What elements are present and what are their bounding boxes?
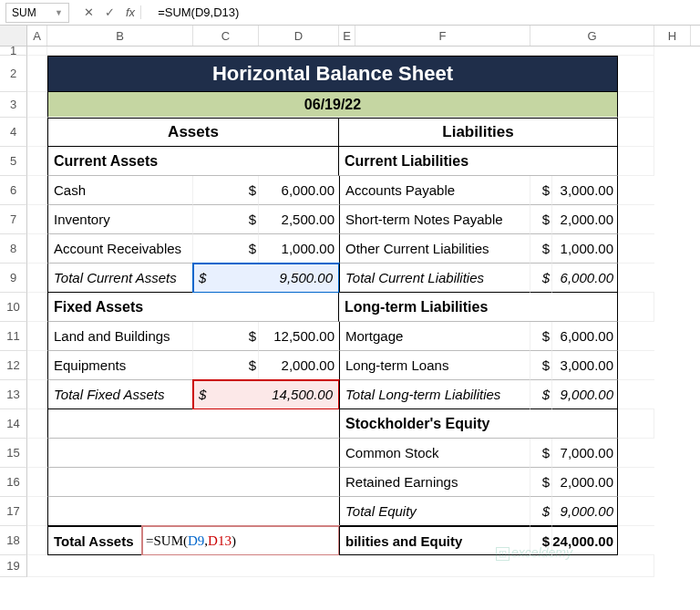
cell[interactable] [27, 56, 47, 92]
cell[interactable] [618, 205, 654, 234]
cell[interactable] [618, 380, 654, 409]
cell[interactable]: 1,000.00 [259, 234, 339, 264]
cell[interactable] [27, 497, 47, 526]
cell[interactable]: Total Current Liabilities [339, 264, 530, 293]
cell[interactable] [47, 409, 339, 439]
cell[interactable]: Short-term Notes Payable [339, 205, 530, 234]
row-header[interactable]: 7 [0, 205, 27, 234]
confirm-icon[interactable]: ✓ [105, 5, 115, 19]
cell[interactable]: Cash [47, 176, 193, 205]
row-header[interactable]: 9 [0, 264, 27, 293]
cell[interactable]: $ [530, 234, 552, 264]
cell[interactable] [47, 468, 339, 497]
cell[interactable]: Land and Buildings [47, 322, 193, 351]
cell[interactable]: 2,000.00 [259, 351, 339, 380]
cell[interactable] [618, 409, 654, 439]
cell[interactable]: Accounts Payable [339, 176, 530, 205]
cell[interactable]: $ [193, 322, 259, 351]
row-header[interactable]: 15 [0, 439, 27, 468]
row-header[interactable]: 17 [0, 497, 27, 526]
row-header[interactable]: 4 [0, 118, 27, 147]
cell[interactable]: Retained Earnings [339, 468, 530, 497]
cell[interactable] [618, 468, 654, 497]
row-header[interactable]: 13 [0, 380, 27, 409]
col-header[interactable]: E [339, 26, 355, 46]
cell-d13-selected[interactable]: $14,500.00 [193, 380, 339, 409]
cell[interactable] [618, 176, 654, 205]
cell[interactable]: Equipments [47, 351, 193, 380]
cell[interactable] [27, 468, 47, 497]
cell[interactable]: $ [530, 380, 552, 409]
row-header[interactable]: 6 [0, 176, 27, 205]
subheading[interactable]: Stockholder's Equity [339, 409, 618, 439]
cell[interactable]: Total Assets [47, 526, 142, 555]
cell[interactable] [618, 497, 654, 526]
cell[interactable] [618, 351, 654, 380]
cell[interactable]: 2,500.00 [259, 205, 339, 234]
cell[interactable]: $ [193, 351, 259, 380]
cell[interactable]: $ [193, 176, 259, 205]
liabilities-header[interactable]: Liabilities [339, 118, 618, 147]
cell[interactable] [618, 147, 654, 176]
cell[interactable]: $ [530, 351, 552, 380]
cell[interactable]: Total Current Assets [47, 264, 193, 293]
cell[interactable] [618, 92, 654, 118]
chevron-down-icon[interactable]: ▼ [55, 8, 63, 17]
cell[interactable]: Common Stock [339, 439, 530, 468]
cell[interactable] [618, 234, 654, 264]
select-all-corner[interactable] [0, 26, 27, 46]
col-header[interactable]: F [355, 26, 530, 46]
assets-header[interactable]: Assets [47, 118, 339, 147]
cell[interactable] [618, 322, 654, 351]
row-header[interactable]: 18 [0, 526, 27, 555]
row-header[interactable]: 8 [0, 234, 27, 264]
cell[interactable]: $ [530, 205, 552, 234]
cell[interactable]: Long-term Loans [339, 351, 530, 380]
cell[interactable] [27, 47, 47, 56]
cell[interactable] [27, 118, 47, 147]
cell[interactable] [618, 118, 654, 147]
col-header[interactable]: C [193, 26, 259, 46]
col-header[interactable]: B [47, 26, 193, 46]
cell[interactable]: Account Receivables [47, 234, 193, 264]
cell[interactable] [27, 264, 47, 293]
cell[interactable]: $ [530, 468, 552, 497]
cell[interactable]: 6,000.00 [552, 322, 618, 351]
cell[interactable]: Total Long-term Liabilities [339, 380, 530, 409]
cell[interactable] [27, 176, 47, 205]
cell[interactable] [27, 351, 47, 380]
cell[interactable]: Other Current Liabilities [339, 234, 530, 264]
cell[interactable]: 9,000.00 [552, 380, 618, 409]
cell[interactable] [618, 264, 654, 293]
cell[interactable] [618, 56, 654, 92]
cell[interactable] [27, 92, 47, 118]
cell[interactable] [47, 497, 339, 526]
cell[interactable]: Inventory [47, 205, 193, 234]
cell[interactable]: $ [530, 176, 552, 205]
cell[interactable] [27, 147, 47, 176]
cell[interactable] [27, 526, 47, 555]
cell[interactable]: Total Equity [339, 497, 530, 526]
col-header[interactable]: H [654, 26, 691, 46]
cell[interactable] [47, 47, 654, 56]
cell[interactable]: $ [530, 322, 552, 351]
cell[interactable]: 12,500.00 [259, 322, 339, 351]
subheading[interactable]: Current Assets [47, 147, 339, 176]
formula-editing-cell[interactable]: =SUM(D9,D13) [142, 526, 339, 555]
cell[interactable] [27, 234, 47, 264]
cell[interactable]: $ [530, 526, 552, 555]
row-header[interactable]: 12 [0, 351, 27, 380]
cell[interactable]: $ [530, 439, 552, 468]
subheading[interactable]: Long-term Liabilities [339, 293, 618, 322]
row-header[interactable]: 10 [0, 293, 27, 322]
row-header[interactable]: 11 [0, 322, 27, 351]
subheading[interactable]: Current Liabilities [339, 147, 618, 176]
cell[interactable]: 1,000.00 [552, 234, 618, 264]
cell[interactable]: 24,000.00 [552, 526, 618, 555]
cell[interactable]: 3,000.00 [552, 176, 618, 205]
cell[interactable]: $ [530, 264, 552, 293]
cell[interactable] [47, 439, 339, 468]
cell[interactable] [27, 322, 47, 351]
sheet-title[interactable]: Horizontal Balance Sheet [47, 56, 618, 92]
cell[interactable]: $ [530, 497, 552, 526]
